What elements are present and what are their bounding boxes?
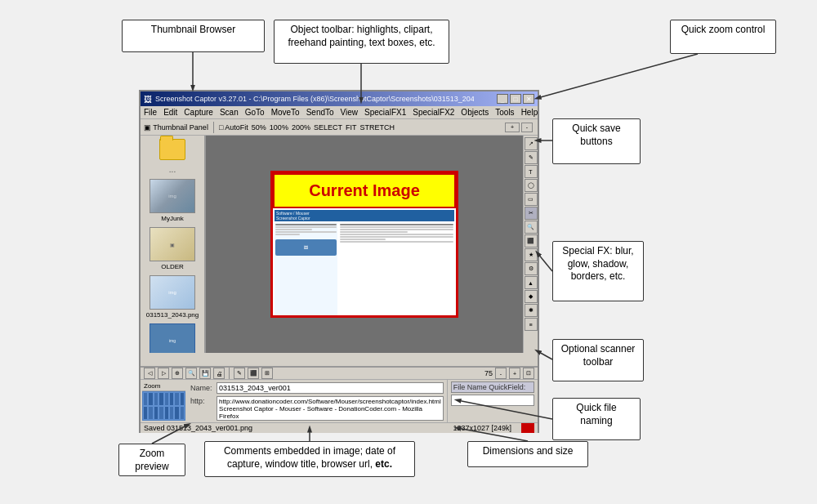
zoom-grid [142,391,185,421]
mini-main-text-4 [340,231,408,233]
menu-moveto[interactable]: MoveTo [271,108,300,117]
tool-btn-13[interactable]: ✱ [525,304,538,317]
stretch-btn[interactable]: STRETCH [359,123,395,132]
thumb-031513-preview: img [150,275,195,310]
red-indicator [521,423,534,433]
current-image-content: Software / MouserScreenshot Captor [273,208,456,315]
maximize-button[interactable]: □ [510,94,521,104]
thumb-older[interactable]: ▣ OLDER [150,227,195,270]
zoom-up-btn[interactable]: + [509,368,520,379]
minimize-button[interactable]: _ [497,94,508,104]
menu-file[interactable]: File [144,108,157,117]
tool-btn-3[interactable]: T [525,165,538,178]
quick-file-naming-label: Quick file naming [576,402,616,426]
menu-bar: File Edit Capture Scan GoTo MoveTo SendT… [141,106,538,119]
menu-specialfx2[interactable]: SpecialFX2 [413,108,454,117]
screenshot-window: 🖼 Screenshot Captor v3.27.01 - C:\Progra… [139,90,539,433]
zoom-50-btn[interactable]: 50% [252,123,266,132]
tool-btn-12[interactable]: ◆ [525,290,538,303]
tool-btn-1[interactable]: ↗ [525,137,538,150]
btool-8[interactable]: ⬛ [248,368,259,379]
menu-goto[interactable]: GoTo [245,108,265,117]
object-toolbar-label: Object toolbar: highlights, clipart, fre… [288,24,435,48]
btool-7[interactable]: ✎ [234,368,245,379]
mini-site-sidebar: 🖼 [275,223,337,315]
menu-sendto[interactable]: SendTo [306,108,334,117]
zoom-in-btn[interactable]: + [505,123,520,132]
zoom-cell [180,406,185,420]
thumb-031513[interactable]: img 031513_2043.png [146,275,199,319]
menu-objects[interactable]: Objects [461,108,489,117]
name-input[interactable] [217,382,444,394]
btool-1[interactable]: ◁ [144,368,155,379]
tool-btn-11[interactable]: ▲ [525,276,538,289]
thumbnail-browser-annotation: Thumbnail Browser [122,20,265,52]
fit-view-btn[interactable]: ⊡ [523,368,534,379]
menu-tools[interactable]: Tools [495,108,514,117]
menu-scan[interactable]: Scan [220,108,239,117]
menu-capture[interactable]: Capture [184,108,213,117]
thumbnail-panel-label: ▣ Thumbnail Panel [144,123,208,132]
thumb-folder-item[interactable] [159,139,185,160]
svg-line-7 [538,351,552,359]
http-field-value: http://www.donationcoder.com/Software/Mo… [217,396,444,421]
zoom-100-btn[interactable]: 100% [270,123,288,132]
tool-btn-2[interactable]: ✎ [525,151,538,164]
quick-save-label: Quick save buttons [572,123,620,147]
bottom-info: Zoom [141,380,538,422]
quick-file-naming-input[interactable] [451,395,534,406]
btool-3[interactable]: ⊕ [172,368,183,379]
thumb-031513-ver001[interactable]: img 031513_2043_ver001.png [141,323,206,353]
tool-btn-10[interactable]: ⚙ [525,262,538,275]
status-bar: Saved 031513_2043_ver001.png 1237x1027 [… [141,422,538,433]
svg-line-6 [538,253,552,271]
thumb-myjunk-label: MyJunk [161,215,184,222]
window-controls[interactable]: _ □ ✕ [497,94,534,104]
thumb-older-label: OLDER [161,263,184,270]
tool-btn-6[interactable]: ✂ [525,207,538,220]
zoom-200-btn[interactable]: 200% [292,123,310,132]
http-field-row: http: http://www.donationcoder.com/Softw… [190,396,444,421]
fit-btn[interactable]: FIT [346,123,357,132]
window-bottom: ◁ ▷ ⊕ 🔍 💾 🖨 ✎ ⬛ ⊞ 75 - + ⊡ Zoom [141,366,538,431]
http-field-label: http: [190,396,213,405]
window-title: Screenshot Captor v3.27.01 - C:\Program … [155,95,474,103]
tool-btn-7[interactable]: 🔍 [525,221,538,234]
mini-text-1 [275,224,337,225]
mini-main-text-8 [340,241,453,243]
name-fields-container: Name: http: http://www.donationcoder.com… [187,380,447,422]
tool-btn-9[interactable]: ★ [525,248,538,261]
tool-btn-4[interactable]: ◯ [525,179,538,192]
mini-main-text-3 [340,229,453,230]
tool-btn-5[interactable]: ▭ [525,193,538,206]
btool-6[interactable]: 🖨 [213,368,225,379]
btool-sep [229,368,230,379]
dimensions-text: 1237x1027 [249k] [453,424,511,432]
select-btn[interactable]: SELECT [314,123,342,132]
tool-btn-8[interactable]: ⬛ [525,234,538,248]
btool-9[interactable]: ⊞ [261,368,273,379]
thumb-folder-icon [159,139,185,160]
mini-main-text-5 [340,234,453,235]
autofit-btn[interactable]: □ AutoFit [219,123,248,132]
menu-specialfx1[interactable]: SpecialFX1 [364,108,406,117]
optional-scanner-label: Optional scanner toolbar [561,343,636,368]
special-fx-label: Special FX: blur, glow, shadow, borders,… [562,245,633,282]
status-saved-text: Saved 031513_2043_ver001.png [144,424,252,432]
tool-btn-14[interactable]: ≡ [525,318,538,331]
btool-4[interactable]: 🔍 [185,368,197,379]
mini-main-text-6 [340,236,453,238]
zoom-out-btn[interactable]: - [521,123,533,132]
thumb-myjunk[interactable]: img MyJunk [150,179,195,222]
zoom-preview-container: Zoom [142,381,185,421]
zoom-preview-label: Zoom [142,381,185,391]
menu-edit[interactable]: Edit [163,108,177,117]
menu-help[interactable]: Help [521,108,538,117]
thumbnail-browser-label: Thumbnail Browser [151,24,235,35]
btool-5[interactable]: 💾 [199,368,211,379]
menu-view[interactable]: View [341,108,359,117]
close-button[interactable]: ✕ [523,94,534,104]
mini-main-text-7 [340,239,386,240]
zoom-down-btn[interactable]: - [495,368,507,379]
btool-2[interactable]: ▷ [158,368,169,379]
